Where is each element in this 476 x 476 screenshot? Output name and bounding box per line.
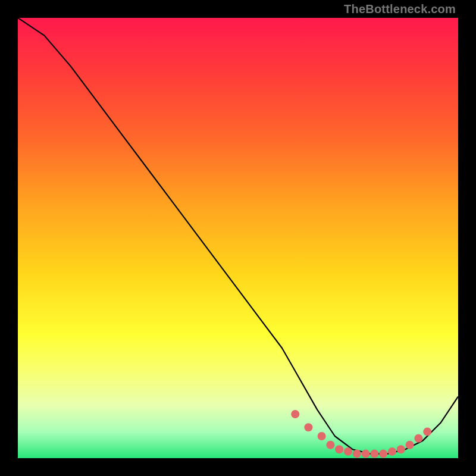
curve-marker xyxy=(370,450,378,458)
curve-marker xyxy=(388,447,396,456)
curve-marker xyxy=(414,434,422,443)
curve-markers xyxy=(291,410,431,458)
curve-marker xyxy=(291,410,299,418)
chart-frame: TheBottleneck.com xyxy=(0,0,476,476)
curve-marker xyxy=(326,441,334,449)
curve-marker xyxy=(344,447,352,456)
curve-marker xyxy=(304,423,312,431)
curve-marker xyxy=(406,441,414,449)
curve-marker xyxy=(423,428,431,436)
curve-marker xyxy=(379,450,387,458)
curve-marker xyxy=(335,445,343,453)
bottleneck-curve xyxy=(18,18,458,454)
plot-area xyxy=(18,18,458,458)
curve-marker xyxy=(397,445,405,453)
curve-marker xyxy=(362,450,370,458)
watermark-text: TheBottleneck.com xyxy=(344,2,456,16)
curve-marker xyxy=(353,450,361,458)
curve-overlay xyxy=(18,18,458,458)
curve-marker xyxy=(318,432,326,440)
